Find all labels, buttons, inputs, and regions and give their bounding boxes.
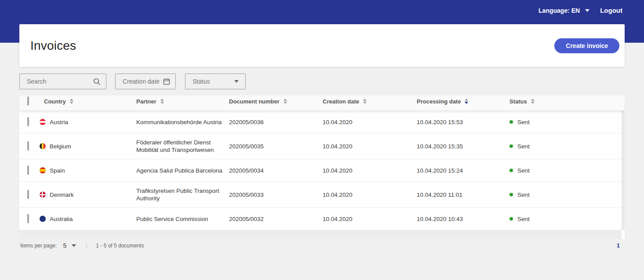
partner-cell: Public Service Commission [136, 215, 229, 223]
country-cell: Denmark [50, 191, 74, 199]
language-selector[interactable]: Language: EN [538, 7, 589, 14]
row-checkbox[interactable] [27, 117, 29, 126]
partner-cell: Trafikstyrelsen Public Transport Authori… [136, 187, 229, 202]
australia-flag-icon [40, 216, 46, 222]
sort-icon [160, 99, 164, 104]
column-label: Document number [229, 98, 280, 105]
page-number-button[interactable]: 1 [617, 242, 620, 249]
column-label: Partner [136, 98, 156, 105]
partner-cell: Föderaler öffentlicher Dienst Mobilität … [136, 139, 229, 154]
pagination-bar: Items per page: 5 | 1 - 5 of 5 documents [20, 242, 144, 249]
document-number-cell: 202005/0034 [229, 167, 323, 174]
column-label: Country [44, 98, 66, 105]
status-cell: Sent [517, 191, 530, 199]
denmark-flag-icon [40, 192, 46, 198]
table-row[interactable]: Belgium Föderaler öffentlicher Dienst Mo… [19, 133, 625, 159]
country-cell: Austria [50, 118, 68, 126]
document-number-cell: 202005/0036 [229, 118, 323, 126]
language-label: Language: EN [538, 7, 580, 14]
sort-icon [284, 99, 287, 104]
document-number-cell: 202005/0032 [229, 215, 323, 223]
document-number-cell: 202005/0033 [229, 191, 323, 199]
table-row[interactable]: Spain Agencia Salut Publica Barcelona 20… [19, 159, 625, 182]
column-label: Status [509, 98, 527, 105]
status-cell: Sent [517, 118, 530, 126]
select-all-checkbox[interactable] [27, 96, 29, 106]
status-sent-dot-icon [509, 217, 513, 221]
calendar-icon [163, 78, 170, 85]
processing-date-cell: 10.04.2020 15:53 [417, 118, 509, 126]
status-cell: Sent [517, 215, 530, 223]
table-row[interactable]: Australia Public Service Commission 2020… [19, 208, 625, 230]
column-label: Creation date [323, 98, 359, 105]
status-sent-dot-icon [509, 193, 513, 196]
creation-date-filter-label: Creation date [123, 78, 160, 85]
column-header-partner[interactable]: Partner [136, 98, 229, 105]
country-cell: Australia [50, 215, 73, 223]
row-checkbox[interactable] [27, 166, 29, 175]
page-title: Invoices [30, 39, 76, 53]
pagination-range-label: 1 - 5 of 5 documents [96, 243, 144, 249]
pagination-separator: | [86, 243, 87, 249]
creation-date-cell: 10.04.2020 [323, 215, 417, 223]
filters-bar: Creation date Status [19, 74, 246, 89]
table-row[interactable]: Austria Kommunikationsbehörde Austria 20… [19, 111, 625, 133]
column-header-country[interactable]: Country [40, 98, 136, 105]
status-sent-dot-icon [509, 144, 513, 148]
processing-date-cell: 10.04.2020 11:01 [417, 191, 509, 199]
logout-button[interactable]: Logout [600, 7, 622, 14]
partner-cell: Kommunikationsbehörde Austria [136, 118, 229, 126]
search-input[interactable] [21, 78, 93, 85]
search-field[interactable] [19, 74, 106, 89]
processing-date-cell: 10.04.2020 15:35 [417, 143, 509, 150]
belgium-flag-icon [40, 143, 46, 149]
column-header-status[interactable]: Status [509, 98, 625, 105]
row-checkbox[interactable] [27, 214, 29, 223]
country-cell: Belgium [50, 143, 71, 150]
status-sent-dot-icon [509, 169, 513, 172]
vertical-scrollbar-track[interactable] [622, 98, 625, 230]
processing-date-cell: 10.04.2020 15:24 [417, 167, 509, 174]
horizontal-scrollbar-track[interactable] [19, 230, 622, 239]
processing-date-cell: 10.04.2020 10:43 [417, 215, 509, 223]
row-checkbox[interactable] [27, 190, 29, 199]
sort-icon [70, 99, 73, 104]
spain-flag-icon [40, 167, 46, 173]
creation-date-cell: 10.04.2020 [323, 118, 417, 126]
column-header-processing-date[interactable]: Processing date [417, 98, 509, 105]
sort-icon [531, 99, 535, 104]
items-per-page-value[interactable]: 5 [63, 242, 66, 249]
chevron-down-icon[interactable] [72, 244, 76, 247]
row-checkbox[interactable] [27, 141, 29, 151]
chevron-down-icon [234, 80, 239, 83]
creation-date-cell: 10.04.2020 [323, 143, 417, 150]
invoices-table: Country Partner Document number Creation… [19, 96, 625, 239]
column-header-creation-date[interactable]: Creation date [323, 98, 417, 105]
document-number-cell: 202005/0035 [229, 143, 323, 150]
create-invoice-button[interactable]: Create invoice [554, 38, 619, 53]
status-cell: Sent [517, 167, 530, 174]
creation-date-filter[interactable]: Creation date [115, 74, 176, 89]
sort-icon [465, 99, 468, 104]
sort-icon [363, 99, 367, 104]
page-header-card: Invoices Create invoice [19, 24, 625, 67]
creation-date-cell: 10.04.2020 [323, 167, 417, 174]
creation-date-cell: 10.04.2020 [323, 191, 417, 199]
status-filter[interactable]: Status [185, 74, 246, 89]
column-label: Processing date [417, 98, 461, 105]
items-per-page-label: Items per page: [20, 243, 57, 249]
table-body: Austria Kommunikationsbehörde Austria 20… [19, 111, 625, 230]
partner-cell: Agencia Salut Publica Barcelona [136, 167, 229, 174]
search-icon [93, 78, 101, 85]
status-sent-dot-icon [509, 120, 513, 124]
austria-flag-icon [40, 119, 46, 125]
country-cell: Spain [50, 167, 65, 174]
status-filter-label: Status [193, 78, 210, 85]
table-header-row: Country Partner Document number Creation… [19, 96, 625, 111]
status-cell: Sent [517, 143, 530, 150]
column-header-document-number[interactable]: Document number [229, 98, 323, 105]
chevron-down-icon [585, 9, 589, 12]
topbar-actions: Language: EN Logout [538, 7, 622, 14]
table-row[interactable]: Denmark Trafikstyrelsen Public Transport… [19, 182, 625, 208]
